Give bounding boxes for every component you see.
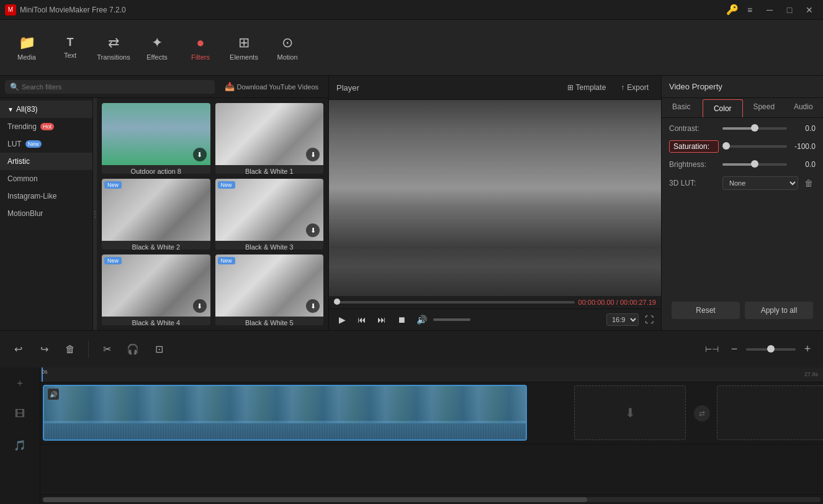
cut-button[interactable]: ✂ <box>96 339 117 360</box>
maximize-button[interactable]: □ <box>781 3 798 17</box>
title-bar-title: MiniTool MovieMaker Free 7.2.0 <box>20 6 126 14</box>
sidebar-item-common[interactable]: Common <box>0 170 92 187</box>
video-track-icon: 🎞 <box>0 398 40 430</box>
saturation-thumb[interactable] <box>722 142 730 150</box>
toolbar-separator-1 <box>88 341 89 358</box>
contrast-value: 0.0 <box>791 124 816 133</box>
saturation-slider[interactable] <box>722 145 787 148</box>
play-button[interactable]: ▶ <box>334 312 350 328</box>
brightness-thumb[interactable] <box>751 160 758 168</box>
brightness-label: Brightness: <box>669 160 719 169</box>
download-filter-icon[interactable]: ⬇ <box>193 148 207 161</box>
bottom-toolbar: ↩ ↪ 🗑 ✂ 🎧 ⊡ ⊢⊣ − + <box>0 330 823 367</box>
zoom-track[interactable] <box>746 348 796 351</box>
video-clip[interactable]: 🔊 <box>43 385 527 441</box>
sidebar-item-motionblur[interactable]: MotionBlur <box>0 205 92 222</box>
reset-button[interactable]: Reset <box>672 302 740 319</box>
filter-card-bw4[interactable]: New ⬇ Black & White 4 <box>102 254 210 325</box>
lut-delete-button[interactable]: 🗑 <box>802 176 816 190</box>
contrast-fill <box>722 127 755 130</box>
sidebar-item-lut[interactable]: LUT New <box>0 135 92 153</box>
download-youtube-button[interactable]: 📥 Download YouTube Videos <box>220 79 324 94</box>
filter-card-bw5[interactable]: New ⬇ Black & White 5 <box>215 254 324 325</box>
sidebar-item-trending[interactable]: Trending Hot <box>0 118 92 135</box>
time-current: 00:00:00.00 <box>578 299 614 306</box>
player-title: Player <box>336 83 359 92</box>
progress-thumb[interactable] <box>334 299 340 305</box>
lut-select[interactable]: None Vivid Warm Cool <box>722 176 798 190</box>
next-button[interactable]: ⏭ <box>374 312 390 328</box>
sidebar-item-instagram[interactable]: Instagram-Like <box>0 187 92 205</box>
video-background <box>329 100 661 296</box>
export-button[interactable]: ↑ Export <box>616 81 654 94</box>
filters-label: Filters <box>191 53 210 61</box>
aspect-ratio-select[interactable]: 16:9 9:16 4:3 1:1 <box>606 313 639 326</box>
filter-card-bw1[interactable]: ⬇ Black & White 1 <box>215 103 324 174</box>
fullscreen-button[interactable]: ⛶ <box>642 313 656 326</box>
lut-label: LUT <box>7 140 22 148</box>
progress-track[interactable] <box>334 301 575 304</box>
tab-color[interactable]: Color <box>703 99 744 117</box>
timeline-ruler: 0s 27.8s <box>40 367 823 382</box>
filter-card-bw2[interactable]: New Black & White 2 <box>102 179 210 250</box>
filter-card-outdoor8[interactable]: ⬇ Outdoor action 8 <box>102 103 210 174</box>
toolbar-filters[interactable]: ● Filters <box>179 23 222 73</box>
key-icon[interactable]: 🔑 <box>726 4 739 16</box>
filter-card-bw3[interactable]: New ⬇ Black & White 3 <box>215 179 324 250</box>
search-bar[interactable]: 🔍 <box>5 80 215 94</box>
zoom-out-button[interactable]: − <box>726 341 742 358</box>
menu-button[interactable]: ≡ <box>741 3 758 17</box>
stop-button[interactable]: ⏹ <box>394 312 410 328</box>
zoom-thumb[interactable] <box>767 345 775 353</box>
horizontal-scrollbar[interactable] <box>43 497 821 502</box>
template-button[interactable]: ⊞ Template <box>562 81 611 94</box>
contrast-thumb[interactable] <box>751 124 758 132</box>
tab-basic[interactable]: Basic <box>662 98 701 117</box>
filter-thumb-bw2: New <box>102 179 210 241</box>
toolbar-text[interactable]: T Text <box>48 23 92 73</box>
audio-button[interactable]: 🎧 <box>122 339 143 360</box>
download-icon: 📥 <box>225 82 235 91</box>
download-filter-bw4-icon[interactable]: ⬇ <box>193 299 207 313</box>
delete-button[interactable]: 🗑 <box>60 339 81 360</box>
export-label: Export <box>627 83 649 92</box>
filter-thumb-bw1: ⬇ <box>215 103 324 165</box>
toolbar-effects[interactable]: ✦ Effects <box>135 23 179 73</box>
left-panel: 🔍 📥 Download YouTube Videos ▼ All(83) <box>0 76 329 330</box>
download-filter-bw5-icon[interactable]: ⬇ <box>306 299 320 313</box>
download-filter-bw3-icon[interactable]: ⬇ <box>306 223 320 237</box>
undo-button[interactable]: ↩ <box>7 339 29 360</box>
contrast-slider[interactable] <box>722 127 787 130</box>
tab-audio[interactable]: Audio <box>784 98 824 117</box>
sidebar-item-all[interactable]: ▼ All(83) <box>0 101 92 118</box>
scrollbar-thumb[interactable] <box>43 497 587 502</box>
crop-button[interactable]: ⊡ <box>148 339 169 360</box>
redo-button[interactable]: ↪ <box>34 339 55 360</box>
toolbar-elements[interactable]: ⊞ Elements <box>222 23 266 73</box>
add-track-button[interactable]: ＋ <box>0 367 40 398</box>
sidebar-item-artistic[interactable]: Artistic <box>0 153 92 170</box>
volume-slider[interactable] <box>433 318 470 321</box>
ruler-start-label: 0s <box>42 369 48 375</box>
media-icon: 📁 <box>19 35 35 51</box>
timeline-main: 0s 27.8s 🔊 ⬇ <box>40 367 823 504</box>
player-panel: Player ⊞ Template ↑ Export <box>329 76 662 330</box>
volume-button[interactable]: 🔊 <box>413 312 429 328</box>
brightness-slider[interactable] <box>722 163 787 166</box>
toolbar-media[interactable]: 📁 Media <box>5 23 48 73</box>
apply-to-all-button[interactable]: Apply to all <box>745 302 813 319</box>
video-clip-frames <box>44 386 526 423</box>
motionblur-label: MotionBlur <box>7 209 43 218</box>
player-timeline-bar: 00:00:00.00 / 00:00:27.19 <box>329 296 661 308</box>
zoom-in-button[interactable]: + <box>799 341 816 358</box>
close-button[interactable]: ✕ <box>801 3 818 17</box>
common-label: Common <box>7 174 38 183</box>
prev-button[interactable]: ⏮ <box>354 312 370 328</box>
toolbar-transitions[interactable]: ⇄ Transitions <box>92 23 135 73</box>
search-input[interactable] <box>22 83 210 91</box>
minimize-button[interactable]: ─ <box>761 3 778 17</box>
slot-arrow-1[interactable]: ⇄ <box>694 405 710 421</box>
toolbar-motion[interactable]: ⊙ Motion <box>266 23 309 73</box>
tab-speed[interactable]: Speed <box>744 98 784 117</box>
download-filter-bw1-icon[interactable]: ⬇ <box>306 148 320 161</box>
